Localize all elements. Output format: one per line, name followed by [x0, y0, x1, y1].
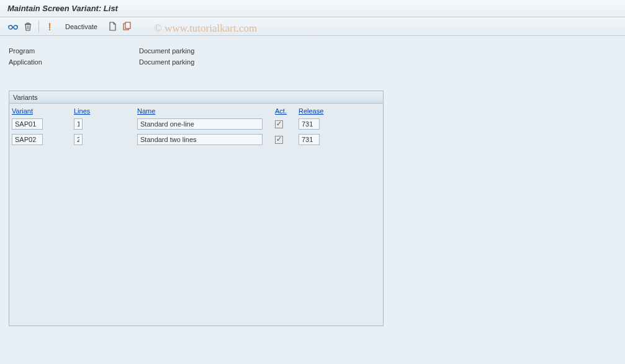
- column-header-act[interactable]: Act.: [275, 107, 299, 115]
- lines-input[interactable]: [74, 134, 83, 145]
- act-checkbox[interactable]: [275, 120, 283, 128]
- svg-point-1: [14, 25, 17, 29]
- variants-panel: Variants Variant Lines Name Act. Release: [9, 91, 384, 326]
- svg-point-3: [49, 29, 50, 30]
- name-input[interactable]: [137, 118, 263, 130]
- toolbar-separator: [38, 20, 39, 33]
- application-row: Application Document parking: [9, 58, 616, 66]
- program-value: Document parking: [139, 47, 194, 55]
- application-value: Document parking: [139, 58, 194, 66]
- copy-icon[interactable]: [121, 20, 135, 33]
- toolbar: Deactivate: [0, 17, 625, 36]
- page-title: Maintain Screen Variant: List: [7, 4, 118, 13]
- svg-point-0: [9, 25, 12, 29]
- deactivate-button[interactable]: Deactivate: [60, 20, 102, 33]
- svg-rect-5: [125, 22, 130, 29]
- variant-input[interactable]: [12, 134, 43, 145]
- trash-icon[interactable]: [21, 20, 35, 33]
- column-header-name[interactable]: Name: [137, 107, 275, 115]
- table-header: Variant Lines Name Act. Release: [9, 104, 383, 117]
- release-input[interactable]: [299, 118, 320, 130]
- variant-input[interactable]: [12, 118, 43, 130]
- column-header-release[interactable]: Release: [299, 107, 336, 115]
- program-label: Program: [9, 47, 139, 55]
- variants-panel-title: Variants: [9, 91, 383, 104]
- name-input[interactable]: [137, 134, 263, 145]
- lines-input[interactable]: [74, 118, 83, 130]
- glasses-icon[interactable]: [6, 20, 20, 33]
- activate-icon[interactable]: [43, 20, 56, 33]
- application-label: Application: [9, 58, 139, 66]
- program-row: Program Document parking: [9, 47, 616, 55]
- column-header-variant[interactable]: Variant: [12, 107, 74, 115]
- create-icon[interactable]: [106, 20, 120, 33]
- table-row: [12, 117, 380, 131]
- content-area: Program Document parking Application Doc…: [0, 36, 625, 364]
- act-checkbox[interactable]: [275, 136, 283, 144]
- table-row: [12, 133, 380, 146]
- table-body: [9, 117, 383, 146]
- svg-rect-2: [49, 23, 50, 29]
- release-input[interactable]: [299, 134, 320, 145]
- title-bar: Maintain Screen Variant: List: [0, 0, 625, 17]
- column-header-lines[interactable]: Lines: [74, 107, 137, 115]
